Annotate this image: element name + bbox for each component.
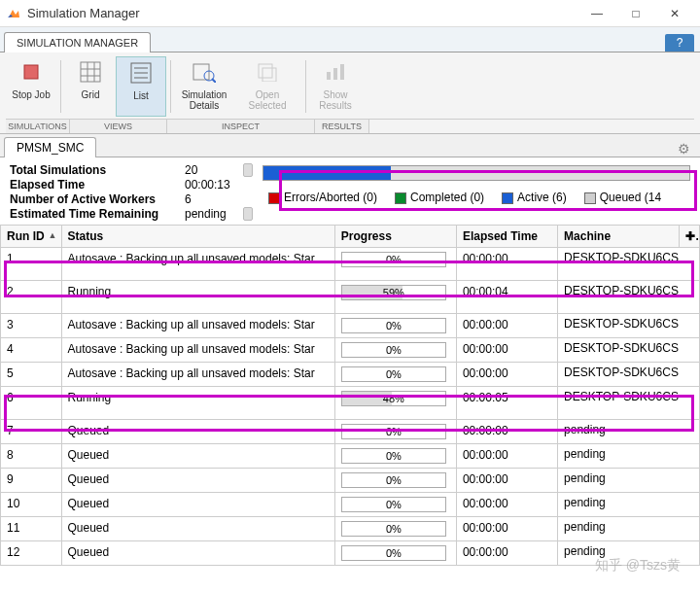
- cell-progress: 0%: [334, 444, 456, 469]
- svg-rect-13: [259, 64, 272, 78]
- cell-progress: 0%: [334, 541, 456, 566]
- legend-queued: Queued (14: [600, 191, 661, 204]
- ribbon-tab-row: SIMULATION MANAGER ?: [0, 27, 700, 52]
- cell-run-id: 3: [1, 314, 62, 338]
- col-machine[interactable]: Machine: [558, 226, 680, 248]
- legend-completed: Completed (0): [410, 191, 484, 204]
- cell-machine: DESKTOP-SDKU6CS: [558, 363, 700, 387]
- stop-job-button[interactable]: Stop Job: [6, 56, 56, 117]
- ribbon-tab-simulation-manager[interactable]: SIMULATION MANAGER: [4, 32, 151, 52]
- summary-scroll[interactable]: [243, 163, 253, 177]
- table-row[interactable]: 10Queued0%00:00:00pending: [1, 493, 700, 517]
- cell-progress: 0%: [334, 469, 456, 493]
- cell-run-id: 5: [1, 363, 62, 387]
- table-row[interactable]: 7Queued0%00:00:00pending: [1, 420, 700, 444]
- col-elapsed[interactable]: Elapsed Time: [456, 226, 557, 248]
- cell-progress: 48%: [334, 387, 456, 420]
- cell-run-id: 2: [1, 281, 62, 314]
- cell-run-id: 10: [1, 493, 62, 517]
- cell-machine: DESKTOP-SDKU6CS: [558, 248, 700, 281]
- grid-button[interactable]: Grid: [65, 56, 116, 117]
- list-button[interactable]: List: [116, 56, 166, 117]
- cell-machine: DESKTOP-SDKU6CS: [558, 338, 700, 363]
- cell-machine: pending: [558, 420, 700, 444]
- minimize-button[interactable]: —: [578, 2, 616, 25]
- simulations-table: Run ID▲ Status Progress Elapsed Time Mac…: [0, 225, 700, 566]
- cell-status: Queued: [61, 420, 334, 444]
- remain-label: Estimated Time Remaining: [10, 207, 185, 221]
- table-row[interactable]: 2Running59%00:00:04DESKTOP-SDKU6CS: [1, 281, 700, 314]
- col-run-id[interactable]: Run ID▲: [1, 226, 62, 248]
- cell-run-id: 7: [1, 420, 62, 444]
- elapsed-value: 00:00:13: [185, 178, 243, 192]
- cell-run-id: 9: [1, 469, 62, 493]
- gear-icon[interactable]: ⚙: [678, 141, 690, 157]
- ribbon: Stop Job Grid List Simulation Details Op…: [0, 52, 700, 134]
- cell-progress: 0%: [334, 517, 456, 541]
- summary-scroll-2[interactable]: [243, 207, 253, 221]
- svg-line-12: [212, 79, 216, 83]
- cell-elapsed: 00:00:00: [456, 248, 557, 281]
- ribbon-group-views: VIEWS: [70, 120, 167, 133]
- cell-elapsed: 00:00:00: [456, 444, 557, 469]
- cell-elapsed: 00:00:00: [456, 420, 557, 444]
- show-results-button: Show Results: [310, 56, 361, 117]
- cell-machine: DESKTOP-SDKU6CS: [558, 281, 700, 314]
- table-row[interactable]: 11Queued0%00:00:00pending: [1, 517, 700, 541]
- cell-elapsed: 00:00:00: [456, 338, 557, 363]
- cell-status: Autosave : Backing up all unsaved models…: [61, 248, 334, 281]
- cell-run-id: 11: [1, 517, 62, 541]
- cell-status: Running: [61, 387, 334, 420]
- cell-run-id: 8: [1, 444, 62, 469]
- ribbon-group-simulations: SIMULATIONS: [6, 120, 70, 133]
- simulation-details-button[interactable]: Simulation Details: [175, 56, 233, 117]
- cell-elapsed: 00:00:00: [456, 541, 557, 566]
- cell-elapsed: 00:00:00: [456, 363, 557, 387]
- cell-elapsed: 00:00:00: [456, 517, 557, 541]
- maximize-button[interactable]: □: [616, 2, 655, 25]
- table-row[interactable]: 1Autosave : Backing up all unsaved model…: [1, 248, 700, 281]
- table-row[interactable]: 4Autosave : Backing up all unsaved model…: [1, 338, 700, 363]
- cell-progress: 0%: [334, 420, 456, 444]
- total-sims-value: 20: [185, 163, 243, 177]
- document-tabbar: PMSM_SMC ⚙: [0, 134, 700, 157]
- cell-run-id: 1: [1, 248, 62, 281]
- list-icon: [127, 59, 155, 87]
- svg-rect-15: [327, 72, 331, 80]
- close-button[interactable]: ✕: [655, 2, 694, 25]
- cell-elapsed: 00:00:00: [456, 493, 557, 517]
- tab-pmsm-smc[interactable]: PMSM_SMC: [4, 137, 96, 157]
- matlab-icon: [6, 6, 21, 21]
- table-row[interactable]: 5Autosave : Backing up all unsaved model…: [1, 363, 700, 387]
- stop-icon: [18, 58, 45, 86]
- cell-elapsed: 00:00:04: [456, 281, 557, 314]
- table-row[interactable]: 9Queued0%00:00:00pending: [1, 469, 700, 493]
- add-column-button[interactable]: ✚: [680, 226, 700, 248]
- ribbon-group-results: RESULTS: [315, 120, 369, 133]
- svg-rect-0: [24, 65, 38, 79]
- table-row[interactable]: 8Queued0%00:00:00pending: [1, 444, 700, 469]
- table-row[interactable]: 6Running48%00:00:05DESKTOP-SDKU6CS: [1, 387, 700, 420]
- cell-run-id: 6: [1, 387, 62, 420]
- legend-errors: Errors/Aborted (0): [284, 191, 377, 204]
- legend-active: Active (6): [517, 191, 567, 204]
- legend: Errors/Aborted (0) Completed (0) Active …: [262, 187, 690, 208]
- svg-rect-1: [81, 62, 100, 82]
- cell-status: Queued: [61, 444, 334, 469]
- cell-progress: 0%: [334, 363, 456, 387]
- col-status[interactable]: Status: [61, 226, 334, 248]
- cell-machine: pending: [558, 493, 700, 517]
- col-progress[interactable]: Progress: [334, 226, 456, 248]
- cell-run-id: 12: [1, 541, 62, 566]
- overall-progress-bar: [262, 165, 690, 181]
- table-row[interactable]: 12Queued0%00:00:00pending: [1, 541, 700, 566]
- remain-value: pending: [185, 207, 243, 221]
- cell-status: Autosave : Backing up all unsaved models…: [61, 363, 334, 387]
- cell-status: Queued: [61, 493, 334, 517]
- help-button[interactable]: ?: [665, 34, 694, 52]
- elapsed-label: Elapsed Time: [10, 178, 185, 192]
- cell-progress: 0%: [334, 314, 456, 338]
- table-row[interactable]: 3Autosave : Backing up all unsaved model…: [1, 314, 700, 338]
- workers-value: 6: [185, 192, 243, 206]
- cell-machine: pending: [558, 541, 700, 566]
